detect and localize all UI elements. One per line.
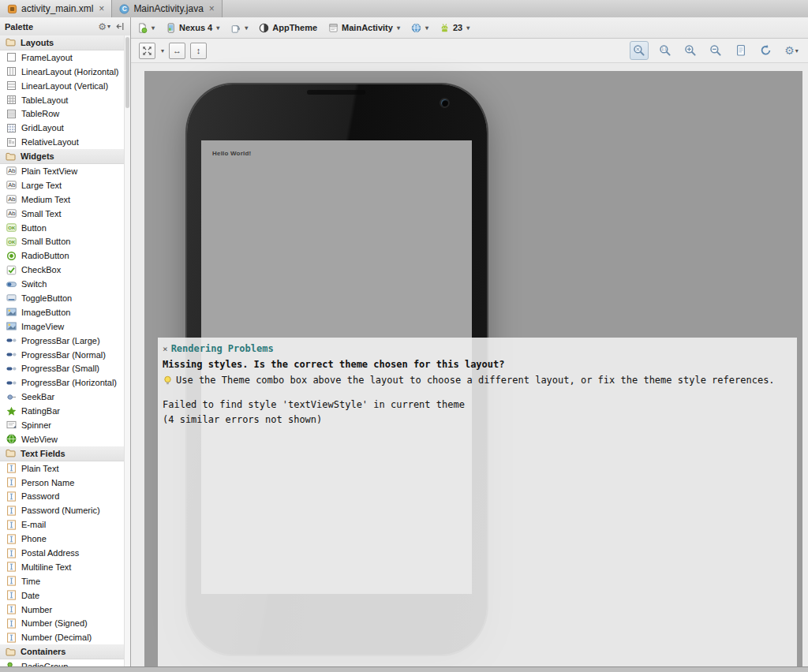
- settings-button[interactable]: ⚙▾: [783, 42, 800, 59]
- palette-item-plain-textview[interactable]: AbPlain TextView: [0, 164, 125, 178]
- palette-item-checkbox[interactable]: CheckBox: [0, 263, 125, 277]
- palette-item-togglebutton[interactable]: ToggleButton: [0, 291, 125, 305]
- palette-item-imagebutton[interactable]: ImageButton: [0, 305, 125, 319]
- palette-item-postal-address[interactable]: Postal Address: [0, 546, 125, 560]
- image-icon: [6, 307, 17, 317]
- chevron-down-icon: ▾: [161, 47, 164, 54]
- api-level-picker[interactable]: 23▾: [440, 23, 469, 33]
- phone-speaker: [307, 90, 365, 95]
- palette-item-label: Small Button: [21, 237, 70, 246]
- globe-green-icon: [6, 434, 17, 444]
- palette-scrollbar-thumb[interactable]: [125, 37, 129, 108]
- theme-picker[interactable]: AppTheme: [259, 23, 317, 33]
- zoom-mode-icon: [142, 46, 152, 56]
- device-picker[interactable]: Nexus 4▾: [166, 23, 219, 33]
- palette-section-text-fields[interactable]: Text Fields: [0, 446, 125, 461]
- palette-item-large-text[interactable]: AbLarge Text: [0, 178, 125, 192]
- close-icon[interactable]: ×: [209, 4, 215, 13]
- ab-icon: Ab: [6, 194, 17, 204]
- palette-item-phone[interactable]: Phone: [0, 532, 125, 546]
- palette-item-label: WebView: [21, 435, 58, 444]
- palette-item-number-signed-[interactable]: Number (Signed): [0, 617, 125, 631]
- palette-item-small-button[interactable]: OKSmall Button: [0, 234, 125, 248]
- palette-item-progressbar-small-[interactable]: ProgressBar (Small): [0, 361, 125, 375]
- palette-item-button[interactable]: OKButton: [0, 221, 125, 235]
- palette-item-gridlayout[interactable]: GridLayout: [0, 121, 125, 135]
- palette-item-medium-text[interactable]: AbMedium Text: [0, 192, 125, 207]
- orientation-picker[interactable]: ▾: [230, 23, 248, 33]
- palette-item-radiobutton[interactable]: RadioButton: [0, 248, 125, 263]
- palette-item-date[interactable]: Date: [0, 588, 125, 603]
- design-surface[interactable]: Hello World! × Rendering Problems Missin…: [144, 71, 802, 666]
- locale-picker[interactable]: ▾: [411, 23, 428, 33]
- palette-item-relativelayout[interactable]: RelativeLayout: [0, 135, 125, 149]
- fit-width-button[interactable]: ↔: [169, 43, 185, 59]
- palette-item-framelayout[interactable]: FrameLayout: [0, 50, 125, 65]
- refresh-layout-button[interactable]: [758, 42, 775, 59]
- image-icon: [6, 321, 17, 331]
- overlay-close-icon[interactable]: ×: [163, 345, 168, 353]
- canvas-toolbar-left: ▾↔↕: [139, 43, 207, 59]
- palette-item-plain-text[interactable]: Plain Text: [0, 461, 125, 476]
- tab-mainactivity-java[interactable]: C MainActivity.java ×: [112, 0, 223, 17]
- editor-tab-bar: activity_main.xml × C MainActivity.java …: [0, 0, 808, 18]
- close-icon[interactable]: ×: [99, 4, 104, 13]
- palette-item-label: Postal Address: [21, 548, 79, 558]
- palette-item-tablelayout[interactable]: TableLayout: [0, 93, 125, 107]
- input-icon: [6, 477, 17, 487]
- zoom-in-button[interactable]: [682, 42, 699, 59]
- zoom-out-button[interactable]: [707, 42, 724, 59]
- palette-section-containers[interactable]: Containers: [0, 644, 125, 659]
- palette-item-switch[interactable]: Switch: [0, 277, 125, 291]
- box-icon: [6, 52, 17, 62]
- palette-item-multiline-text[interactable]: Multiline Text: [0, 560, 125, 574]
- hello-world-textview[interactable]: Hello World!: [212, 150, 251, 157]
- palette-item-small-text[interactable]: AbSmall Text: [0, 207, 125, 221]
- palette-item-number-decimal-[interactable]: Number (Decimal): [0, 630, 125, 644]
- palette-item-spinner[interactable]: Spinner: [0, 418, 125, 432]
- palette-item-radiogroup[interactable]: RadioGroup: [0, 659, 125, 666]
- palette-item-password[interactable]: Password: [0, 490, 125, 504]
- java-class-icon: C: [119, 4, 129, 14]
- palette-item-progressbar-large-[interactable]: ProgressBar (Large): [0, 334, 125, 348]
- configuration-picker[interactable]: ▾: [137, 23, 155, 33]
- fit-height-button[interactable]: ↕: [190, 43, 207, 59]
- canvas-toolbar-right: 1:1⚙▾: [630, 41, 800, 60]
- palette-item-tablerow[interactable]: TableRow: [0, 106, 125, 121]
- gear-icon: ⚙: [98, 22, 107, 32]
- palette-item-time[interactable]: Time: [0, 574, 125, 588]
- zoom-to-fit-button[interactable]: [630, 41, 649, 60]
- tab-activity-main-xml[interactable]: activity_main.xml ×: [0, 0, 112, 17]
- palette-item-linearlayout-vertical-[interactable]: LinearLayout (Vertical): [0, 79, 125, 93]
- theme-label: AppTheme: [272, 23, 317, 32]
- palette-hide-button[interactable]: [115, 21, 125, 32]
- activity-picker[interactable]: MainActivity▾: [328, 23, 400, 33]
- palette-item-person-name[interactable]: Person Name: [0, 476, 125, 490]
- palette-item-imageview[interactable]: ImageView: [0, 319, 125, 334]
- preview-button[interactable]: [732, 42, 750, 59]
- palette-section-layouts[interactable]: Layouts: [0, 35, 125, 50]
- palette-item-label: ProgressBar (Normal): [21, 350, 106, 360]
- toggle-icon: [6, 293, 17, 303]
- section-label: Containers: [21, 647, 65, 656]
- folder-icon: [6, 151, 16, 162]
- progress-icon: [6, 378, 17, 388]
- palette-item-progressbar-normal-[interactable]: ProgressBar (Normal): [0, 348, 125, 362]
- palette-item-webview[interactable]: WebView: [0, 432, 125, 446]
- palette-item-password-numeric-[interactable]: Password (Numeric): [0, 503, 125, 517]
- palette-settings-button[interactable]: ⚙ ▾: [98, 22, 110, 32]
- palette-list: LayoutsFrameLayoutLinearLayout (Horizont…: [0, 35, 125, 666]
- actual-size-button[interactable]: 1:1: [656, 42, 674, 59]
- palette-scrollbar[interactable]: [124, 35, 130, 666]
- palette-item-progressbar-horizontal-[interactable]: ProgressBar (Horizontal): [0, 375, 125, 390]
- actual-size-icon: 1:1: [659, 44, 671, 57]
- palette-item-linearlayout-horizontal-[interactable]: LinearLayout (Horizontal): [0, 65, 125, 79]
- palette-item-seekbar[interactable]: SeekBar: [0, 390, 125, 404]
- section-label: Text Fields: [21, 449, 65, 458]
- design-viewport: Hello World! × Rendering Problems Missin…: [131, 63, 808, 666]
- zoom-mode-button[interactable]: [139, 43, 155, 59]
- palette-item-ratingbar[interactable]: RatingBar: [0, 404, 125, 418]
- palette-item-e-mail[interactable]: E-mail: [0, 517, 125, 532]
- palette-section-widgets[interactable]: Widgets: [0, 149, 125, 164]
- palette-item-number[interactable]: Number: [0, 603, 125, 617]
